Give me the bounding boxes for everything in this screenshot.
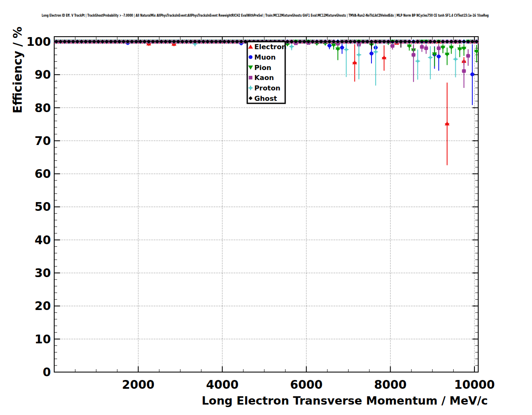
- y-axis-title: Efficiency / %: [11, 27, 25, 113]
- legend-label: Proton: [254, 84, 281, 92]
- legend-label: Ghost: [254, 95, 277, 102]
- data-point-proton: [453, 56, 458, 62]
- data-point-muon: [437, 55, 441, 58]
- plot-title-text: Long Electron ID Eff. V TrackPt | TrackG…: [42, 14, 489, 18]
- root-canvas: 0102030405060708090100200040006000800010…: [0, 0, 532, 415]
- y-tick-label: 30: [35, 266, 51, 280]
- x-axis-title: Long Electron Transverse Momentum / MeV/…: [202, 394, 488, 407]
- data-point-kaon: [462, 69, 466, 73]
- data-point-kaon: [467, 54, 470, 58]
- data-point-proton: [415, 58, 420, 64]
- data-point-kaon: [391, 44, 394, 48]
- y-tick-label: 60: [35, 167, 51, 181]
- legend-label: Kaon: [254, 74, 274, 82]
- data-point-proton: [344, 47, 349, 52]
- data-point-kaon: [437, 46, 441, 50]
- legend-label: Electron: [254, 43, 286, 51]
- y-tick-label: 0: [43, 365, 51, 379]
- data-point-muon: [340, 46, 344, 50]
- x-tick-label: 8000: [374, 378, 407, 392]
- circle-icon: [248, 55, 252, 59]
- data-point-kaon: [424, 46, 428, 50]
- y-tick-label: 70: [35, 134, 51, 148]
- x-tick-label: 2000: [122, 378, 155, 392]
- square-icon: [249, 76, 253, 80]
- y-tick-label: 20: [35, 299, 51, 313]
- y-tick-label: 10: [35, 332, 51, 346]
- x-tick-label: 6000: [290, 378, 323, 392]
- y-tick-label: 50: [35, 200, 51, 214]
- legend-label: Muon: [254, 53, 276, 61]
- data-point-kaon: [420, 45, 424, 49]
- y-tick-label: 90: [35, 68, 51, 82]
- y-tick-label: 80: [35, 101, 51, 115]
- y-tick-label: 100: [27, 35, 51, 49]
- legend: ElectronMuonPionKaonProtonGhost: [247, 42, 286, 103]
- data-point-proton: [356, 52, 361, 58]
- data-point-proton: [289, 44, 294, 49]
- plot-title: Long Electron ID Eff. V TrackPt | TrackG…: [42, 14, 489, 18]
- data-point-proton: [428, 55, 433, 60]
- data-point-muon: [470, 72, 474, 76]
- x-tick-label: 10000: [454, 378, 494, 392]
- y-tick-label: 40: [35, 233, 51, 247]
- data-point-kaon: [412, 53, 415, 57]
- x-tick-label: 4000: [206, 378, 238, 392]
- data-point-proton: [373, 49, 379, 55]
- legend-label: Pion: [254, 64, 271, 72]
- efficiency-chart: 0102030405060708090100200040006000800010…: [0, 0, 532, 415]
- data-point-muon: [369, 52, 373, 55]
